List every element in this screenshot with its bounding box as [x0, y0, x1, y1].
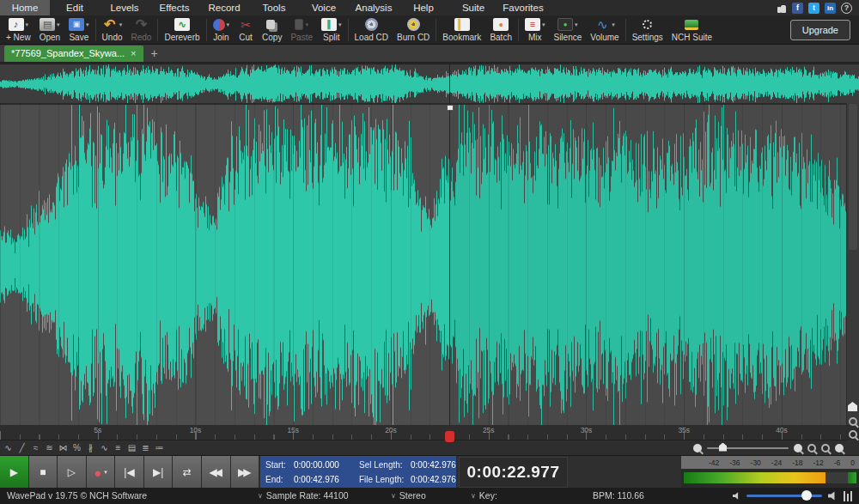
batch-button[interactable]: •Batch — [485, 17, 516, 43]
fast-forward-button[interactable]: ▶▶ — [231, 456, 260, 489]
volume-button[interactable]: ∿▾Volume — [586, 17, 623, 43]
assign-tool-icon[interactable]: ≔ — [153, 442, 166, 454]
menu-item-home[interactable]: Home — [0, 0, 50, 15]
rewind-button[interactable]: ◀◀ — [202, 456, 231, 489]
menu-item-levels[interactable]: Levels — [100, 0, 149, 15]
linkedin-icon[interactable]: in — [825, 3, 836, 14]
dropdown-caret-icon[interactable]: ▾ — [119, 21, 123, 28]
save-button[interactable]: ▣▾Save — [64, 17, 94, 43]
dropdown-caret-icon[interactable]: ▾ — [305, 21, 308, 28]
list-tool-icon[interactable]: ≣ — [139, 442, 152, 454]
smooth-tool-icon[interactable]: ≈ — [29, 442, 42, 454]
document-tab[interactable]: *77569_Spandex_Skywa... × — [4, 46, 143, 62]
cut-button[interactable]: ✂Cut — [234, 17, 258, 43]
loop-button[interactable]: ⇄ — [173, 456, 202, 489]
split-button[interactable]: ∥▾Split — [317, 17, 346, 43]
menu-item-effects[interactable]: Effects — [149, 0, 199, 15]
tab-close-icon[interactable]: × — [131, 48, 136, 58]
vertical-scrollbar-thumb[interactable] — [849, 104, 857, 250]
help-icon[interactable]: ? — [841, 3, 852, 14]
dropdown-caret-icon[interactable]: ▾ — [575, 21, 578, 28]
burn-cd-button[interactable]: Burn CD — [393, 17, 434, 43]
undo-button[interactable]: ↶▾Undo — [98, 17, 127, 43]
overview-playhead-line[interactable] — [449, 64, 450, 103]
menu-item-suite[interactable]: Suite — [448, 0, 498, 15]
dereverb-button[interactable]: ∿Dereverb — [160, 17, 204, 43]
wave-edit-tool-icon[interactable]: ≋ — [43, 442, 56, 454]
key-dropdown[interactable]: ∨ Key: — [471, 488, 497, 504]
duplicate-tool-icon[interactable]: ⋈ — [57, 442, 70, 454]
like-icon[interactable] — [776, 3, 787, 14]
menu-item-favorites[interactable]: Favorites — [498, 0, 548, 15]
dropdown-caret-icon[interactable]: ▾ — [227, 21, 230, 28]
blocks-tool-icon[interactable]: ▤ — [125, 442, 138, 454]
menu-item-record[interactable]: Record — [199, 0, 249, 15]
menu-item-help[interactable]: Help — [399, 0, 448, 15]
redo-icon-glyph: ↷ — [133, 18, 149, 31]
twitter-icon[interactable]: t — [808, 3, 819, 14]
upgrade-button[interactable]: Upgrade — [790, 20, 850, 40]
waveform-overview[interactable] — [0, 64, 859, 104]
noise-tool-icon[interactable]: ∿ — [98, 442, 111, 454]
open-button[interactable]: ▤▾Open — [35, 17, 64, 43]
speaker-high-icon[interactable] — [828, 491, 838, 501]
playhead-line[interactable] — [449, 105, 450, 425]
document-tab-title: *77569_Spandex_Skywa... — [11, 48, 125, 58]
new-button[interactable]: ♪▾+ New — [2, 17, 35, 43]
skip-to-start-button[interactable]: |◀ — [115, 456, 144, 489]
play-button[interactable]: ▶ — [0, 456, 29, 489]
dropdown-caret-icon[interactable]: ▾ — [612, 21, 615, 28]
channels-dropdown[interactable]: ∨ Stereo — [391, 488, 426, 504]
menu-item-analysis[interactable]: Analysis — [349, 0, 399, 15]
timeline-ruler[interactable]: 5s10s15s20s25s30s35s40s — [0, 425, 846, 440]
zoom-slider-handle[interactable] — [719, 443, 727, 452]
dropdown-caret-icon[interactable]: ▾ — [542, 21, 545, 28]
mix-button[interactable]: ≡▾Mix — [521, 17, 550, 43]
settings-button[interactable]: Settings — [628, 17, 667, 43]
dropdown-caret-icon[interactable]: ▾ — [86, 21, 89, 28]
zoom-out-button[interactable] — [807, 444, 816, 452]
join-button[interactable]: ▾Join — [209, 17, 235, 43]
levels-tool-icon[interactable]: ≡ — [112, 442, 125, 454]
split-region-tool-icon[interactable]: ∦ — [84, 442, 97, 454]
bookmark-button[interactable]: ▎Bookmark — [438, 17, 485, 43]
zoom-slider-icon — [693, 444, 702, 452]
facebook-icon[interactable]: f — [792, 3, 803, 14]
playhead-marker[interactable] — [445, 431, 454, 442]
load-cd-button[interactable]: Load CD — [350, 17, 393, 43]
play-speed-button[interactable]: ▷ — [58, 456, 87, 489]
menu-item-tools[interactable]: Tools — [249, 0, 299, 15]
dropdown-caret-icon[interactable]: ▾ — [57, 21, 60, 28]
playhead-handle[interactable] — [447, 105, 454, 111]
mixer-icon[interactable] — [844, 491, 852, 501]
dropdown-caret-icon[interactable]: ▾ — [338, 21, 342, 28]
silence-button[interactable]: ●▾Silence — [549, 17, 586, 43]
level-meter-scale: -42-36-30-24-18-12-60 — [681, 456, 859, 469]
speaker-low-icon[interactable] — [733, 492, 740, 500]
sample-rate-dropdown[interactable]: ∨ Sample Rate: 44100 — [258, 488, 349, 504]
vertical-scrollbar[interactable] — [846, 103, 859, 425]
pencil-tool-icon[interactable]: ╱ — [15, 442, 28, 454]
skip-to-end-button[interactable]: ▶| — [144, 456, 174, 489]
record-button[interactable]: ●▾ — [87, 456, 116, 489]
percent-tool-icon[interactable]: % — [70, 442, 83, 454]
vertical-zoom-in-icon[interactable] — [849, 417, 857, 426]
record-dropdown-caret-icon[interactable]: ▾ — [104, 469, 107, 476]
menu-item-voice[interactable]: Voice — [299, 0, 349, 15]
zoom-slider-track[interactable] — [707, 447, 789, 449]
menu-item-edit[interactable]: Edit — [50, 0, 100, 15]
volume-slider[interactable] — [746, 495, 822, 497]
vertical-zoom-out-icon[interactable] — [849, 430, 857, 439]
dropdown-caret-icon[interactable]: ▾ — [26, 21, 29, 28]
volume-slider-knob[interactable] — [801, 490, 812, 501]
zoom-selection-button[interactable] — [821, 444, 830, 452]
zoom-in-button[interactable] — [794, 444, 802, 452]
loadcd-icon-glyph — [365, 18, 378, 31]
new-tab-button[interactable]: + — [151, 46, 158, 60]
zoom-full-button[interactable] — [835, 444, 844, 452]
waveform-select-tool-icon[interactable]: ∿ — [2, 442, 15, 454]
nch-suite-button[interactable]: NCH Suite — [667, 17, 716, 43]
stop-button[interactable]: ■ — [29, 456, 58, 489]
copy-button[interactable]: Copy — [258, 17, 286, 43]
waveform-main[interactable] — [0, 103, 846, 425]
